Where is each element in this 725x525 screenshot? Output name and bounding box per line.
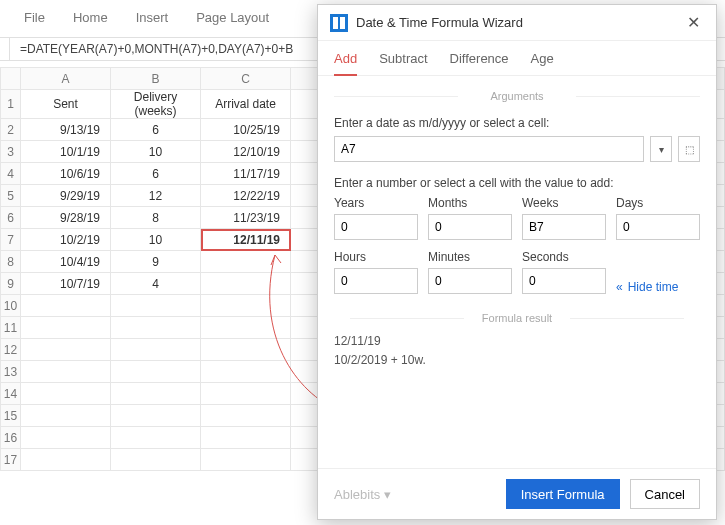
hours-input[interactable] (334, 268, 418, 294)
cell[interactable] (201, 339, 291, 361)
cell[interactable]: 10/2/19 (21, 229, 111, 251)
tab-subtract[interactable]: Subtract (379, 51, 427, 75)
tab-difference[interactable]: Difference (450, 51, 509, 75)
formula-wizard-panel: Date & Time Formula Wizard ✕ Add Subtrac… (317, 4, 717, 520)
cell[interactable] (111, 405, 201, 427)
cell[interactable] (111, 317, 201, 339)
cell[interactable]: 6 (111, 119, 201, 141)
tab-file[interactable]: File (24, 10, 45, 25)
cell[interactable]: 10/25/19 (201, 119, 291, 141)
row-header[interactable]: 5 (1, 185, 21, 207)
cell[interactable]: Arrival date (201, 90, 291, 119)
cell[interactable]: 12/10/19 (201, 141, 291, 163)
cell[interactable] (111, 361, 201, 383)
tab-age[interactable]: Age (531, 51, 554, 75)
cell[interactable] (201, 383, 291, 405)
cell[interactable]: 10/7/19 (21, 273, 111, 295)
seconds-input[interactable] (522, 268, 606, 294)
cell[interactable] (21, 383, 111, 405)
col-header-c[interactable]: C (201, 68, 291, 90)
row-header[interactable]: 1 (1, 90, 21, 119)
insert-formula-button[interactable]: Insert Formula (506, 479, 620, 509)
cell[interactable]: 9/13/19 (21, 119, 111, 141)
tab-home[interactable]: Home (73, 10, 108, 25)
cell[interactable]: 11/17/19 (201, 163, 291, 185)
row-header[interactable]: 8 (1, 251, 21, 273)
row-header[interactable]: 15 (1, 405, 21, 427)
cell[interactable] (201, 273, 291, 295)
cell[interactable] (111, 295, 201, 317)
cell[interactable] (201, 405, 291, 427)
tab-add[interactable]: Add (334, 51, 357, 76)
cell[interactable] (21, 427, 111, 449)
col-header-a[interactable]: A (21, 68, 111, 90)
weeks-input[interactable] (522, 214, 606, 240)
cell[interactable]: 6 (111, 163, 201, 185)
cell[interactable] (21, 361, 111, 383)
weeks-label: Weeks (522, 196, 606, 210)
row-header[interactable]: 17 (1, 449, 21, 471)
wizard-tabs: Add Subtract Difference Age (318, 41, 716, 76)
cell[interactable] (111, 339, 201, 361)
row-header[interactable]: 12 (1, 339, 21, 361)
tab-page-layout[interactable]: Page Layout (196, 10, 269, 25)
cell[interactable]: 12/22/19 (201, 185, 291, 207)
cell[interactable]: 9 (111, 251, 201, 273)
row-header[interactable]: 7 (1, 229, 21, 251)
cell[interactable] (201, 295, 291, 317)
row-header[interactable]: 11 (1, 317, 21, 339)
cell-selected[interactable]: 12/11/19 (201, 229, 291, 251)
row-header[interactable]: 10 (1, 295, 21, 317)
date-dropdown-button[interactable]: ▾ (650, 136, 672, 162)
cell[interactable] (21, 405, 111, 427)
cell[interactable] (201, 317, 291, 339)
minutes-input[interactable] (428, 268, 512, 294)
days-input[interactable] (616, 214, 700, 240)
cell[interactable] (201, 449, 291, 471)
years-input[interactable] (334, 214, 418, 240)
hide-time-link[interactable]: «Hide time (616, 280, 700, 294)
cell[interactable] (21, 295, 111, 317)
cell[interactable]: 10 (111, 141, 201, 163)
cell[interactable]: Delivery (weeks) (111, 90, 201, 119)
date-input[interactable] (334, 136, 644, 162)
cell[interactable] (111, 427, 201, 449)
cell[interactable]: 10/1/19 (21, 141, 111, 163)
cell[interactable] (21, 317, 111, 339)
cell[interactable]: Sent (21, 90, 111, 119)
cell[interactable] (21, 449, 111, 471)
cell[interactable] (201, 251, 291, 273)
row-header[interactable]: 6 (1, 207, 21, 229)
months-input[interactable] (428, 214, 512, 240)
brand-link[interactable]: Ablebits▾ (334, 487, 496, 502)
cell[interactable]: 9/29/19 (21, 185, 111, 207)
cell[interactable]: 11/23/19 (201, 207, 291, 229)
cell[interactable]: 12 (111, 185, 201, 207)
close-button[interactable]: ✕ (683, 9, 704, 36)
row-header[interactable]: 2 (1, 119, 21, 141)
formula-input[interactable]: =DATE(YEAR(A7)+0,MONTH(A7)+0,DAY(A7)+0+B (10, 42, 303, 56)
row-header[interactable]: 14 (1, 383, 21, 405)
cell[interactable]: 10/6/19 (21, 163, 111, 185)
cell[interactable]: 10 (111, 229, 201, 251)
cell[interactable] (111, 383, 201, 405)
cell[interactable]: 4 (111, 273, 201, 295)
cell-picker-button[interactable]: ⬚ (678, 136, 700, 162)
cell[interactable]: 10/4/19 (21, 251, 111, 273)
cell[interactable] (201, 361, 291, 383)
cell[interactable] (21, 339, 111, 361)
name-box[interactable] (0, 38, 10, 60)
col-header-b[interactable]: B (111, 68, 201, 90)
tab-insert[interactable]: Insert (136, 10, 169, 25)
cell[interactable]: 9/28/19 (21, 207, 111, 229)
row-header[interactable]: 9 (1, 273, 21, 295)
row-header[interactable]: 3 (1, 141, 21, 163)
cell[interactable] (201, 427, 291, 449)
cancel-button[interactable]: Cancel (630, 479, 700, 509)
row-header[interactable]: 13 (1, 361, 21, 383)
select-all-corner[interactable] (1, 68, 21, 90)
cell[interactable]: 8 (111, 207, 201, 229)
cell[interactable] (111, 449, 201, 471)
row-header[interactable]: 4 (1, 163, 21, 185)
row-header[interactable]: 16 (1, 427, 21, 449)
